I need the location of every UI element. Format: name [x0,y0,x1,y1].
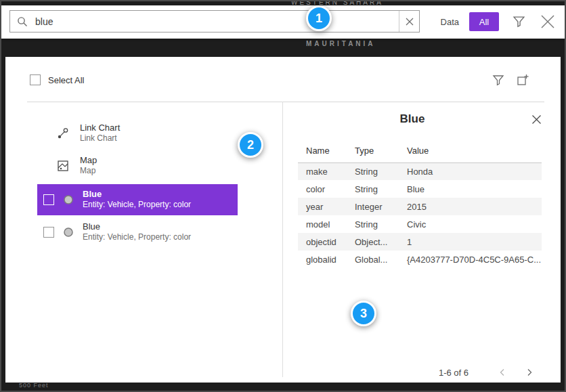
table-row: color String Blue [298,180,542,198]
search-icon [17,16,28,27]
cell-type: String [347,180,399,198]
cell-name: make [298,162,347,180]
result-subtitle: Link Chart [80,133,120,144]
result-item-map[interactable]: Map Map [37,152,238,180]
detail-title: Blue [283,112,542,126]
filter-results-icon[interactable] [492,74,504,88]
result-item-link-chart[interactable]: Link Chart Link Chart [37,119,238,148]
clear-search-icon[interactable] [399,11,419,32]
table-header-row: Name Type Value [298,142,542,162]
pagination-label: 1-6 of 6 [439,368,469,378]
detail-pane: Blue Name Type Value make String [283,102,561,383]
cell-value: 2015 [399,198,542,215]
cell-type: String [347,215,399,233]
cell-type: Integer [347,198,399,215]
result-subtitle: Entity: Vehicle, Property: color [83,200,191,211]
cell-value: 1 [399,233,542,251]
result-item-blue-selected[interactable]: Blue Entity: Vehicle, Property: color [37,184,238,215]
search-results-panel: Select All Link Chart Link Chart [5,57,561,383]
map-scale-label: 500 Feet [19,382,49,389]
result-checkbox[interactable] [43,227,54,238]
result-checkbox[interactable] [43,194,54,205]
table-row: make String Honda [298,162,542,180]
scope-all-button[interactable]: All [469,12,499,31]
pagination: 1-6 of 6 [439,364,538,380]
search-input-container[interactable] [9,10,420,32]
map-label-mauritania: MAURITANIA [306,40,376,47]
cell-type: Global... [347,251,399,268]
table-row: objectid Object... 1 [298,233,542,251]
cell-value: Civic [399,215,542,233]
column-header-value: Value [399,142,542,162]
search-bar: Data All [1,5,565,39]
callout-1: 1 [306,5,332,31]
results-toolbar [492,73,529,89]
callout-2: 2 [238,132,263,158]
select-all-checkbox[interactable] [30,74,41,85]
link-chart-icon [57,127,69,139]
entity-circle-icon [63,194,74,205]
cell-value: {A4203777-D70D-4C5C-9A65-C... [399,251,542,268]
cell-name: globalid [298,251,347,268]
cell-name: model [298,215,347,233]
close-search-icon[interactable] [539,13,557,32]
next-page-icon[interactable] [521,364,538,380]
result-subtitle: Map [80,166,97,177]
result-subtitle: Entity: Vehicle, Property: color [83,232,191,243]
cell-type: String [347,162,399,180]
add-item-icon[interactable] [516,73,529,89]
cell-type: Object... [347,233,399,251]
cell-name: color [298,180,347,198]
select-all-control[interactable]: Select All [30,74,84,85]
callout-3: 3 [351,301,376,326]
result-item-blue[interactable]: Blue Entity: Vehicle, Property: color [37,217,238,248]
map-icon [57,160,69,172]
result-title: Map [80,155,97,166]
result-title: Blue [83,221,191,232]
table-row: year Integer 2015 [298,198,542,215]
cell-name: year [298,198,347,215]
attribute-table: Name Type Value make String Honda color … [298,142,542,268]
scope-data-button[interactable]: Data [431,12,469,31]
table-row: model String Civic [298,215,542,233]
filter-icon[interactable] [513,15,525,30]
cell-value: Honda [399,162,542,180]
column-header-name: Name [298,142,347,162]
entity-circle-icon [63,227,74,238]
column-header-type: Type [347,142,399,162]
close-detail-icon[interactable] [531,114,542,127]
search-scope-toggle: Data All [431,12,499,31]
result-title: Blue [83,189,191,200]
result-title: Link Chart [80,123,120,133]
cell-value: Blue [399,180,542,198]
search-input[interactable] [34,11,399,32]
table-row: globalid Global... {A4203777-D70D-4C5C-9… [298,251,542,268]
prev-page-icon[interactable] [494,364,510,380]
cell-name: objectid [298,233,347,251]
select-all-label: Select All [48,75,84,85]
app-window: WESTERN SAHARA MAURITANIA 500 Feet Data … [0,0,566,392]
